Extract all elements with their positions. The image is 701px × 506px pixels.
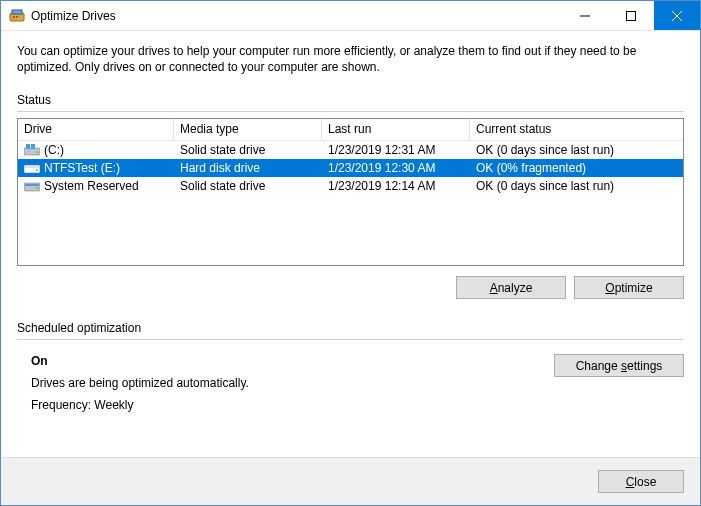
drive-name: (C:) xyxy=(44,143,64,157)
drive-cell: System Reserved xyxy=(18,179,174,193)
scheduled-label: Scheduled optimization xyxy=(17,321,684,335)
svg-rect-16 xyxy=(25,184,39,186)
current-status-cell: OK (0% fragmented) xyxy=(470,161,683,175)
svg-rect-10 xyxy=(31,144,35,149)
drive-name: NTFSTest (E:) xyxy=(44,161,120,175)
hdd-icon xyxy=(24,180,40,192)
svg-rect-9 xyxy=(26,144,30,149)
col-current-status[interactable]: Current status xyxy=(470,119,683,141)
maximize-button[interactable] xyxy=(608,1,654,30)
scheduled-frequency: Frequency: Weekly xyxy=(31,398,554,412)
media-type-cell: Solid state drive xyxy=(174,143,322,157)
current-status-cell: OK (0 days since last run) xyxy=(470,179,683,193)
col-last-run[interactable]: Last run xyxy=(322,119,470,141)
scheduled-rule xyxy=(17,339,684,340)
dialog-footer: Close xyxy=(1,457,700,505)
intro-text: You can optimize your drives to help you… xyxy=(17,43,684,75)
media-type-cell: Solid state drive xyxy=(174,179,322,193)
status-label: Status xyxy=(17,93,684,107)
svg-point-17 xyxy=(36,187,38,189)
dialog-content: You can optimize your drives to help you… xyxy=(1,31,700,434)
optimize-button[interactable]: Optimize xyxy=(574,276,684,299)
drive-name: System Reserved xyxy=(44,179,139,193)
col-media[interactable]: Media type xyxy=(174,119,322,141)
listview-header: Drive Media type Last run Current status xyxy=(18,119,683,141)
scheduled-state: On xyxy=(31,354,554,368)
window-title: Optimize Drives xyxy=(31,9,562,23)
window-controls xyxy=(562,1,700,30)
drives-listview[interactable]: Drive Media type Last run Current status… xyxy=(17,118,684,266)
listview-body: (C:)Solid state drive1/23/2019 12:31 AMO… xyxy=(18,141,683,195)
svg-point-3 xyxy=(16,16,18,18)
svg-point-11 xyxy=(36,151,38,153)
scheduled-section: Scheduled optimization On Drives are bei… xyxy=(17,321,684,420)
last-run-cell: 1/23/2019 12:31 AM xyxy=(322,143,470,157)
app-icon xyxy=(9,8,25,24)
analyze-button[interactable]: Analyze xyxy=(456,276,566,299)
col-drive[interactable]: Drive xyxy=(18,119,174,141)
drive-cell: (C:) xyxy=(18,143,174,157)
svg-point-14 xyxy=(36,169,38,171)
last-run-cell: 1/23/2019 12:14 AM xyxy=(322,179,470,193)
media-type-cell: Hard disk drive xyxy=(174,161,322,175)
table-row[interactable]: System ReservedSolid state drive1/23/201… xyxy=(18,177,683,195)
svg-point-2 xyxy=(13,16,15,18)
minimize-button[interactable] xyxy=(562,1,608,30)
close-button[interactable]: Close xyxy=(598,470,684,493)
table-row[interactable]: (C:)Solid state drive1/23/2019 12:31 AMO… xyxy=(18,141,683,159)
svg-rect-1 xyxy=(12,10,22,14)
titlebar: Optimize Drives xyxy=(1,1,700,31)
close-window-button[interactable] xyxy=(654,1,700,30)
table-row[interactable]: NTFSTest (E:)Hard disk drive1/23/2019 12… xyxy=(18,159,683,177)
last-run-cell: 1/23/2019 12:30 AM xyxy=(322,161,470,175)
status-rule xyxy=(17,111,684,112)
svg-rect-13 xyxy=(25,166,39,168)
hdd-icon xyxy=(24,162,40,174)
ssd-icon xyxy=(24,144,40,156)
current-status-cell: OK (0 days since last run) xyxy=(470,143,683,157)
svg-rect-5 xyxy=(627,11,636,20)
drive-cell: NTFSTest (E:) xyxy=(18,161,174,175)
change-settings-button[interactable]: Change settings xyxy=(554,354,684,377)
analyze-optimize-row: Analyze Optimize xyxy=(17,276,684,299)
scheduled-desc: Drives are being optimized automatically… xyxy=(31,376,554,390)
